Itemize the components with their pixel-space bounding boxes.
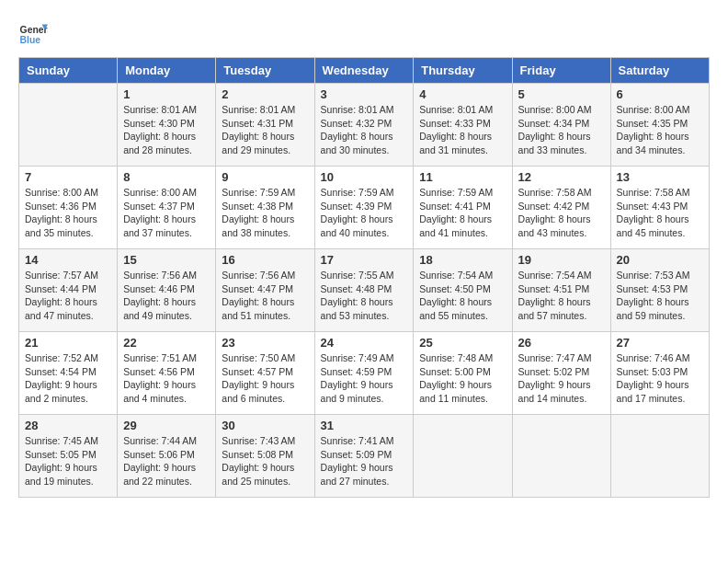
day-info: Sunrise: 7:51 AMSunset: 4:56 PMDaylight:… — [123, 351, 210, 406]
calendar-cell: 16Sunrise: 7:56 AMSunset: 4:47 PMDayligh… — [216, 249, 314, 332]
day-info: Sunrise: 8:00 AMSunset: 4:34 PMDaylight:… — [518, 103, 605, 157]
week-row-4: 21Sunrise: 7:52 AMSunset: 4:54 PMDayligh… — [19, 332, 710, 415]
calendar-cell: 14Sunrise: 7:57 AMSunset: 4:44 PMDayligh… — [19, 249, 118, 332]
header: General Blue — [18, 18, 710, 48]
day-number: 18 — [419, 253, 506, 267]
day-info: Sunrise: 7:52 AMSunset: 4:54 PMDaylight:… — [25, 351, 111, 406]
calendar-cell: 4Sunrise: 8:01 AMSunset: 4:33 PMDaylight… — [414, 84, 512, 167]
day-info: Sunrise: 7:50 AMSunset: 4:57 PMDaylight:… — [222, 351, 308, 406]
day-number: 9 — [222, 170, 308, 184]
day-info: Sunrise: 8:01 AMSunset: 4:32 PMDaylight:… — [321, 103, 408, 157]
day-header-sunday: Sunday — [19, 58, 118, 84]
day-info: Sunrise: 7:58 AMSunset: 4:43 PMDaylight:… — [617, 186, 703, 240]
day-number: 3 — [321, 87, 408, 101]
calendar-cell: 8Sunrise: 8:00 AMSunset: 4:37 PMDaylight… — [118, 167, 216, 249]
day-number: 29 — [123, 419, 210, 432]
calendar-cell — [512, 415, 610, 498]
calendar-cell: 1Sunrise: 8:01 AMSunset: 4:30 PMDaylight… — [118, 84, 216, 167]
day-number: 11 — [419, 170, 506, 184]
days-header-row: SundayMondayTuesdayWednesdayThursdayFrid… — [19, 58, 710, 84]
day-number: 31 — [321, 419, 408, 432]
calendar-cell: 26Sunrise: 7:47 AMSunset: 5:02 PMDayligh… — [512, 332, 610, 415]
calendar-cell: 3Sunrise: 8:01 AMSunset: 4:32 PMDaylight… — [314, 84, 414, 167]
calendar-cell: 18Sunrise: 7:54 AMSunset: 4:50 PMDayligh… — [414, 249, 512, 332]
calendar-cell: 13Sunrise: 7:58 AMSunset: 4:43 PMDayligh… — [610, 167, 709, 249]
week-row-5: 28Sunrise: 7:45 AMSunset: 5:05 PMDayligh… — [19, 415, 710, 498]
day-number: 26 — [518, 336, 605, 350]
calendar-cell: 10Sunrise: 7:59 AMSunset: 4:39 PMDayligh… — [314, 167, 414, 249]
calendar-cell: 25Sunrise: 7:48 AMSunset: 5:00 PMDayligh… — [414, 332, 512, 415]
day-number: 25 — [419, 336, 506, 350]
day-header-friday: Friday — [512, 58, 610, 84]
day-info: Sunrise: 8:00 AMSunset: 4:36 PMDaylight:… — [25, 186, 111, 240]
day-number: 20 — [617, 253, 703, 267]
calendar-cell: 28Sunrise: 7:45 AMSunset: 5:05 PMDayligh… — [19, 415, 118, 498]
day-info: Sunrise: 8:01 AMSunset: 4:31 PMDaylight:… — [222, 103, 308, 157]
week-row-1: 1Sunrise: 8:01 AMSunset: 4:30 PMDaylight… — [19, 84, 710, 167]
calendar-cell: 27Sunrise: 7:46 AMSunset: 5:03 PMDayligh… — [610, 332, 709, 415]
calendar-table: SundayMondayTuesdayWednesdayThursdayFrid… — [18, 57, 710, 498]
day-number: 22 — [123, 336, 210, 350]
day-info: Sunrise: 7:44 AMSunset: 5:06 PMDaylight:… — [123, 434, 210, 488]
day-number: 1 — [123, 87, 210, 101]
day-number: 30 — [222, 419, 308, 432]
day-info: Sunrise: 7:49 AMSunset: 4:59 PMDaylight:… — [321, 351, 408, 406]
calendar-cell: 29Sunrise: 7:44 AMSunset: 5:06 PMDayligh… — [118, 415, 216, 498]
day-number: 19 — [518, 253, 605, 267]
calendar-cell: 12Sunrise: 7:58 AMSunset: 4:42 PMDayligh… — [512, 167, 610, 249]
day-info: Sunrise: 7:55 AMSunset: 4:48 PMDaylight:… — [321, 269, 408, 323]
day-header-saturday: Saturday — [610, 58, 709, 84]
day-info: Sunrise: 7:54 AMSunset: 4:51 PMDaylight:… — [518, 269, 605, 323]
day-info: Sunrise: 7:59 AMSunset: 4:41 PMDaylight:… — [419, 186, 506, 240]
week-row-3: 14Sunrise: 7:57 AMSunset: 4:44 PMDayligh… — [19, 249, 710, 332]
calendar-cell: 30Sunrise: 7:43 AMSunset: 5:08 PMDayligh… — [216, 415, 314, 498]
day-header-tuesday: Tuesday — [216, 58, 314, 84]
logo-icon: General Blue — [18, 18, 48, 48]
day-info: Sunrise: 8:00 AMSunset: 4:35 PMDaylight:… — [617, 103, 703, 157]
day-number: 23 — [222, 336, 308, 350]
day-info: Sunrise: 7:59 AMSunset: 4:38 PMDaylight:… — [222, 186, 308, 240]
day-number: 13 — [617, 170, 703, 184]
day-info: Sunrise: 7:54 AMSunset: 4:50 PMDaylight:… — [419, 269, 506, 323]
calendar-cell: 15Sunrise: 7:56 AMSunset: 4:46 PMDayligh… — [118, 249, 216, 332]
day-info: Sunrise: 7:43 AMSunset: 5:08 PMDaylight:… — [222, 434, 308, 488]
calendar-cell: 2Sunrise: 8:01 AMSunset: 4:31 PMDaylight… — [216, 84, 314, 167]
calendar-cell: 7Sunrise: 8:00 AMSunset: 4:36 PMDaylight… — [19, 167, 118, 249]
day-info: Sunrise: 7:47 AMSunset: 5:02 PMDaylight:… — [518, 351, 605, 406]
day-number: 28 — [25, 419, 111, 432]
logo: General Blue — [18, 18, 48, 48]
calendar-cell: 9Sunrise: 7:59 AMSunset: 4:38 PMDaylight… — [216, 167, 314, 249]
svg-text:Blue: Blue — [20, 35, 41, 45]
day-info: Sunrise: 7:56 AMSunset: 4:47 PMDaylight:… — [222, 269, 308, 323]
day-number: 8 — [123, 170, 210, 184]
calendar-cell — [610, 415, 709, 498]
calendar-cell: 22Sunrise: 7:51 AMSunset: 4:56 PMDayligh… — [118, 332, 216, 415]
day-info: Sunrise: 7:58 AMSunset: 4:42 PMDaylight:… — [518, 186, 605, 240]
day-number: 12 — [518, 170, 605, 184]
day-number: 4 — [419, 87, 506, 101]
day-header-monday: Monday — [118, 58, 216, 84]
calendar-cell: 5Sunrise: 8:00 AMSunset: 4:34 PMDaylight… — [512, 84, 610, 167]
calendar-cell: 21Sunrise: 7:52 AMSunset: 4:54 PMDayligh… — [19, 332, 118, 415]
day-header-wednesday: Wednesday — [314, 58, 414, 84]
day-info: Sunrise: 8:01 AMSunset: 4:30 PMDaylight:… — [123, 103, 210, 157]
day-number: 14 — [25, 253, 111, 267]
day-info: Sunrise: 8:00 AMSunset: 4:37 PMDaylight:… — [123, 186, 210, 240]
day-number: 17 — [321, 253, 408, 267]
day-info: Sunrise: 8:01 AMSunset: 4:33 PMDaylight:… — [419, 103, 506, 157]
day-info: Sunrise: 7:53 AMSunset: 4:53 PMDaylight:… — [617, 269, 703, 323]
calendar-cell: 17Sunrise: 7:55 AMSunset: 4:48 PMDayligh… — [314, 249, 414, 332]
calendar-cell: 19Sunrise: 7:54 AMSunset: 4:51 PMDayligh… — [512, 249, 610, 332]
day-number: 21 — [25, 336, 111, 350]
calendar-cell — [19, 84, 118, 167]
day-number: 10 — [321, 170, 408, 184]
day-header-thursday: Thursday — [414, 58, 512, 84]
day-info: Sunrise: 7:59 AMSunset: 4:39 PMDaylight:… — [321, 186, 408, 240]
day-info: Sunrise: 7:57 AMSunset: 4:44 PMDaylight:… — [25, 269, 111, 323]
day-info: Sunrise: 7:45 AMSunset: 5:05 PMDaylight:… — [25, 434, 111, 488]
calendar-cell — [414, 415, 512, 498]
calendar-cell: 31Sunrise: 7:41 AMSunset: 5:09 PMDayligh… — [314, 415, 414, 498]
day-number: 16 — [222, 253, 308, 267]
day-number: 7 — [25, 170, 111, 184]
week-row-2: 7Sunrise: 8:00 AMSunset: 4:36 PMDaylight… — [19, 167, 710, 249]
